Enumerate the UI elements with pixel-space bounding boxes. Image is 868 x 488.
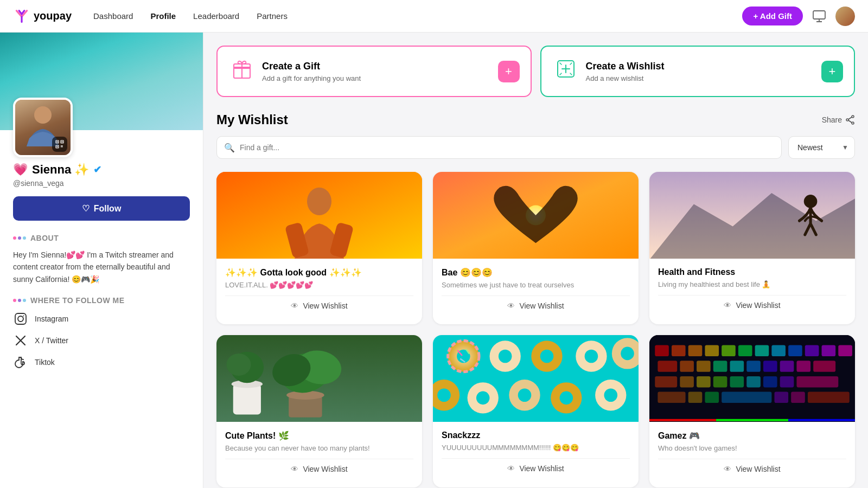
view-wishlist-button[interactable]: 👁 View Wishlist — [658, 295, 846, 315]
card-subtitle: Who doesn't love games! — [658, 444, 846, 452]
tiktok-icon — [13, 355, 28, 370]
sort-wrap: Newest Oldest Price: High Price: Low ▼ — [788, 136, 855, 159]
heart-icon: ♡ — [82, 203, 90, 214]
card-body: ✨✨✨ Gotta look good ✨✨✨ LOVE.IT.ALL. 💕💕💕… — [216, 259, 422, 324]
section-dots — [13, 236, 26, 240]
svg-rect-104 — [649, 335, 855, 422]
search-input[interactable] — [216, 136, 782, 159]
section-dots-2 — [13, 299, 26, 302]
gift-icon — [231, 57, 253, 85]
profile-name: 💗 Sienna ✨ ✔ — [13, 163, 190, 177]
avatar[interactable] — [835, 7, 855, 26]
wishlist-icon — [554, 57, 577, 85]
nav-leaderboard[interactable]: Leaderboard — [193, 11, 239, 21]
twitter-x-icon — [13, 333, 28, 348]
wishlist-card: Snackzzz YUUUUUUUUUMMMMMMMM!!!!!! 😋😋😋 👁 … — [433, 335, 639, 487]
eye-icon: 👁 — [291, 465, 298, 473]
svg-point-44 — [499, 350, 512, 363]
svg-point-1 — [34, 106, 52, 124]
card-subtitle: Living my healthiest and best life 🧘 — [658, 280, 846, 288]
profile-picture — [13, 98, 73, 157]
nav-partners[interactable]: Partners — [257, 11, 288, 21]
svg-rect-7 — [57, 146, 58, 147]
card-body: Gamez 🎮 Who doesn't love games! 👁 View W… — [649, 422, 855, 487]
card-title: Health and Fitness — [658, 267, 846, 277]
social-section-header: Where to follow me — [13, 296, 190, 305]
card-title: Gamez 🎮 — [658, 431, 846, 441]
nav-profile[interactable]: Profile — [150, 11, 176, 21]
eye-icon: 👁 — [724, 465, 731, 473]
profile-handle: @sienna_vega — [13, 179, 190, 188]
create-wishlist-button[interactable]: + — [821, 61, 843, 82]
sidebar-body: 💗 Sienna ✨ ✔ @sienna_vega ♡ Follow About… — [0, 130, 203, 383]
logo[interactable]: youpay — [13, 9, 72, 24]
view-wishlist-button[interactable]: 👁 View Wishlist — [658, 459, 846, 479]
card-body: Health and Fitness Living my healthiest … — [649, 259, 855, 324]
view-wishlist-button[interactable]: 👁 View Wishlist — [442, 458, 630, 478]
nav-right: + Add Gift — [742, 7, 855, 26]
main-content: Create a Gift Add a gift for anything yo… — [203, 33, 868, 488]
social-twitter[interactable]: X / Twitter — [13, 333, 190, 348]
svg-point-18 — [852, 115, 854, 118]
sort-select[interactable]: Newest Oldest Price: High Price: Low — [788, 136, 855, 159]
add-gift-button[interactable]: + Add Gift — [742, 7, 803, 25]
svg-rect-35 — [233, 384, 261, 414]
social-links: Instagram X / Twitter — [13, 311, 190, 370]
card-body: Bae 😊😊😊 Sometimes we just have to treat … — [433, 259, 639, 324]
card-title: ✨✨✨ Gotta look good ✨✨✨ — [225, 267, 413, 278]
view-wishlist-button[interactable]: 👁 View Wishlist — [442, 296, 630, 316]
share-button[interactable]: Share — [822, 115, 855, 125]
search-filter: 🔍 Newest Oldest Price: High Price: Low ▼ — [216, 136, 855, 159]
create-gift-button[interactable]: + — [498, 61, 520, 82]
wishlist-card: Gamez 🎮 Who doesn't love games! 👁 View W… — [649, 335, 855, 487]
nav-links: Dashboard Profile Leaderboard Partners — [93, 11, 742, 21]
action-cards: Create a Gift Add a gift for anything yo… — [216, 46, 855, 97]
svg-point-46 — [540, 350, 554, 363]
view-wishlist-button[interactable]: 👁 View Wishlist — [225, 296, 413, 316]
wishlist-header: My Wishlist Share — [216, 112, 855, 127]
svg-rect-6 — [62, 142, 63, 143]
svg-point-20 — [846, 119, 848, 121]
monitor-icon — [812, 9, 827, 24]
eye-icon: 👁 — [507, 464, 515, 473]
svg-point-58 — [560, 391, 573, 405]
create-gift-text: Create a Gift Add a gift for anything yo… — [262, 61, 361, 82]
card-subtitle: Sometimes we just have to treat ourselve… — [442, 281, 630, 289]
svg-rect-10 — [61, 146, 62, 147]
svg-point-50 — [621, 347, 634, 361]
card-title: Bae 😊😊😊 — [442, 267, 630, 278]
svg-point-38 — [226, 354, 251, 376]
follow-button[interactable]: ♡ Follow — [13, 196, 190, 221]
card-title: Cute Plants! 🌿 — [225, 431, 413, 441]
svg-rect-11 — [62, 146, 63, 147]
wishlist-card: Health and Fitness Living my healthiest … — [649, 172, 855, 324]
social-tiktok[interactable]: Tiktok — [13, 355, 190, 370]
svg-point-60 — [604, 388, 617, 402]
svg-point-52 — [437, 388, 451, 402]
svg-rect-8 — [61, 145, 62, 146]
svg-rect-9 — [62, 145, 63, 146]
svg-point-54 — [476, 391, 490, 405]
card-body: Snackzzz YUUUUUUUUUMMMMMMMM!!!!!! 😋😋😋 👁 … — [433, 422, 639, 487]
eye-icon: 👁 — [507, 301, 515, 310]
card-subtitle: LOVE.IT.ALL. 💕💕💕💕💕 — [225, 281, 413, 289]
create-gift-card: Create a Gift Add a gift for anything yo… — [216, 46, 532, 97]
wishlist-title: My Wishlist — [216, 112, 288, 127]
social-instagram[interactable]: Instagram — [13, 311, 190, 326]
profile-banner — [0, 33, 203, 130]
svg-rect-12 — [15, 313, 26, 324]
nav-dashboard[interactable]: Dashboard — [93, 11, 133, 21]
instagram-icon — [13, 311, 28, 326]
wishlist-card: ✨✨✨ Gotta look good ✨✨✨ LOVE.IT.ALL. 💕💕💕… — [216, 172, 422, 324]
view-wishlist-button[interactable]: 👁 View Wishlist — [225, 459, 413, 479]
about-text: Hey I'm Sienna!💕💕 I'm a Twitch streamer … — [13, 249, 190, 285]
search-icon: 🔍 — [224, 143, 235, 153]
about-section-header: About — [13, 234, 190, 242]
svg-point-28 — [804, 195, 818, 208]
navbar: youpay Dashboard Profile Leaderboard Par… — [0, 0, 868, 33]
create-wishlist-card: Create a Wishlist Add a new wishlist + — [540, 46, 856, 97]
eye-icon: 👁 — [724, 301, 731, 310]
qr-button[interactable] — [52, 137, 67, 152]
wishlist-card: Bae 😊😊😊 Sometimes we just have to treat … — [433, 172, 639, 324]
svg-rect-5 — [57, 142, 58, 143]
